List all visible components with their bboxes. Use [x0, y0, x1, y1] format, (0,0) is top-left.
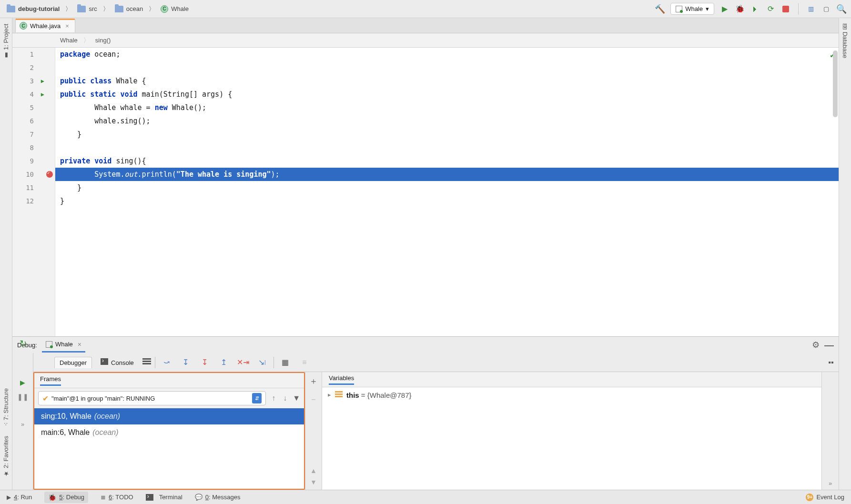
frame-item[interactable]: sing:10, Whale (ocean) — [34, 408, 304, 424]
next-frame-button[interactable]: ↓ — [281, 394, 289, 403]
window-icon[interactable]: ▢ — [821, 4, 831, 14]
debug-header: Debug: Whale × ⚙ — — [12, 337, 839, 353]
code-line[interactable]: } — [55, 181, 839, 194]
rerun-button[interactable]: ↻ — [12, 334, 33, 353]
code-line[interactable]: public static void main(String[] args) { — [55, 88, 839, 101]
expand-icon[interactable]: ▸ — [328, 391, 331, 398]
event-log-button[interactable]: 9+ Event Log — [806, 494, 844, 501]
threads-icon[interactable] — [142, 358, 151, 366]
breadcrumb-ocean[interactable]: ocean — [113, 4, 145, 13]
remove-watch-button[interactable]: － — [309, 390, 318, 408]
build-icon[interactable]: 🔨 — [655, 4, 665, 14]
project-tool[interactable]: ▮ 1: Project — [1, 21, 10, 62]
more-button[interactable]: » — [829, 477, 832, 490]
code-line[interactable]: whale.sing(); — [55, 114, 839, 128]
close-icon[interactable]: × — [65, 22, 69, 30]
thread-selector[interactable]: ✔ "main"@1 in group "main": RUNNING ⇵ — [38, 391, 266, 405]
editor-breadcrumb: Whale 〉 sing() — [12, 33, 839, 48]
terminal-tool-button[interactable]: Terminal — [146, 494, 182, 501]
step-into-button[interactable]: ↧ — [178, 356, 193, 369]
code-editor[interactable]: 123▶4▶56789101112 ✔ package ocean;public… — [12, 48, 839, 336]
breakpoint-icon[interactable] — [46, 171, 53, 178]
layout-button[interactable]: ▪▪ — [823, 356, 839, 369]
crumb-method[interactable]: sing() — [95, 37, 111, 44]
gutter-line[interactable]: 6 — [12, 114, 55, 128]
folder-icon — [7, 6, 15, 12]
run-tool-button[interactable]: ▶ 4: Run — [7, 494, 32, 501]
minimize-icon[interactable]: — — [824, 340, 834, 351]
gutter-line[interactable]: 11 — [12, 181, 55, 194]
scroll-up-icon[interactable]: ▲ — [310, 465, 317, 476]
gutter-line[interactable]: 1 — [12, 48, 55, 61]
force-step-into-button[interactable]: ↧ — [197, 356, 213, 369]
breadcrumb-src[interactable]: src — [75, 4, 99, 13]
filter-icon[interactable]: ▼ — [293, 394, 300, 403]
stop-button[interactable] — [781, 4, 790, 14]
add-watch-button[interactable]: ＋ — [309, 372, 318, 390]
messages-tool-button[interactable]: 💬 0: Messages — [195, 494, 241, 501]
code-line[interactable] — [55, 61, 839, 74]
gutter-line[interactable]: 4▶ — [12, 88, 55, 101]
run-config-selector[interactable]: Whale ▾ — [670, 3, 714, 15]
folder-icon — [115, 6, 123, 12]
search-icon[interactable]: 🔍 — [837, 4, 846, 14]
more-button[interactable]: » — [21, 421, 24, 428]
dropdown-icon[interactable]: ⇵ — [252, 393, 262, 403]
step-over-button[interactable]: ⤻ — [159, 356, 174, 369]
crumb-class[interactable]: Whale — [60, 37, 78, 44]
scrollbar-thumb[interactable] — [833, 50, 838, 117]
debugger-tab[interactable]: Debugger — [54, 357, 92, 368]
resume-button[interactable]: ▶ — [20, 379, 25, 386]
code-line[interactable]: private void sing(){ — [55, 154, 839, 168]
evaluate-button[interactable]: ▦ — [278, 356, 293, 369]
run-to-cursor-button[interactable]: ↘| — [254, 356, 270, 369]
gutter-line[interactable]: 2 — [12, 61, 55, 74]
trace-button[interactable]: ≡ — [297, 356, 312, 369]
code-line[interactable]: Whale whale = new Whale(); — [55, 101, 839, 114]
gutter-line[interactable]: 9 — [12, 154, 55, 168]
code-line[interactable]: System.out.println("The whale is singing… — [55, 168, 839, 181]
prev-frame-button[interactable]: ↑ — [270, 394, 277, 403]
frame-item[interactable]: main:6, Whale (ocean) — [34, 424, 304, 441]
gutter-line[interactable]: 7 — [12, 128, 55, 141]
gear-icon[interactable]: ⚙ — [812, 340, 820, 350]
database-tool[interactable]: 🗄 Database — [841, 21, 850, 61]
code-line[interactable] — [55, 141, 839, 154]
code-area[interactable]: ✔ package ocean;public class Whale { pub… — [55, 48, 839, 336]
run-button[interactable]: ▶ — [720, 4, 729, 14]
debug-tool-window: Debug: Whale × ⚙ — ↻ ▶ ❚❚ — [12, 336, 839, 490]
gutter-line[interactable]: 12 — [12, 194, 55, 208]
breadcrumb-class[interactable]: C Whale — [159, 4, 191, 14]
structure-icon[interactable]: ▥ — [806, 4, 816, 14]
gutter-line[interactable]: 3▶ — [12, 74, 55, 88]
file-tab-whale[interactable]: C Whale.java × — [15, 19, 75, 32]
debug-session-tab[interactable]: Whale × — [42, 338, 85, 353]
frame-list[interactable]: sing:10, Whale (ocean)main:6, Whale (oce… — [34, 408, 304, 489]
todo-tool-button[interactable]: ≣ 6: TODO — [101, 494, 133, 501]
code-line[interactable]: public class Whale { — [55, 74, 839, 88]
coverage-button[interactable]: ⏵ — [750, 4, 760, 14]
structure-tool[interactable]: ⁖ 7: Structure — [1, 385, 10, 429]
variables-body[interactable]: ▸ this = {Whale@787} — [322, 387, 821, 490]
debug-tool-button[interactable]: 🐞 5: Debug — [44, 492, 88, 503]
pause-button[interactable]: ❚❚ — [17, 393, 29, 401]
gutter-line[interactable]: 8 — [12, 141, 55, 154]
close-icon[interactable]: × — [78, 341, 81, 348]
console-tab[interactable]: Console — [96, 356, 139, 368]
code-line[interactable]: package ocean; — [55, 48, 839, 61]
variable-entry[interactable]: this = {Whale@787} — [346, 391, 412, 399]
debug-button[interactable]: 🐞 — [735, 4, 745, 14]
gutter-line[interactable]: 5 — [12, 101, 55, 114]
run-gutter-icon[interactable]: ▶ — [41, 91, 44, 98]
run-gutter-icon[interactable]: ▶ — [41, 78, 44, 84]
step-out-button[interactable]: ↥ — [216, 356, 232, 369]
breadcrumb-project[interactable]: debug-tutorial — [5, 4, 61, 13]
gutter[interactable]: 123▶4▶56789101112 — [12, 48, 55, 336]
scroll-down-icon[interactable]: ▼ — [310, 476, 317, 490]
profile-button[interactable]: ⟳ — [766, 4, 775, 14]
code-line[interactable]: } — [55, 128, 839, 141]
favorites-tool[interactable]: ★ 2: Favorites — [1, 433, 10, 480]
drop-frame-button[interactable]: ✕⇥ — [235, 356, 251, 369]
gutter-line[interactable]: 10 — [12, 168, 55, 181]
code-line[interactable]: } — [55, 194, 839, 208]
